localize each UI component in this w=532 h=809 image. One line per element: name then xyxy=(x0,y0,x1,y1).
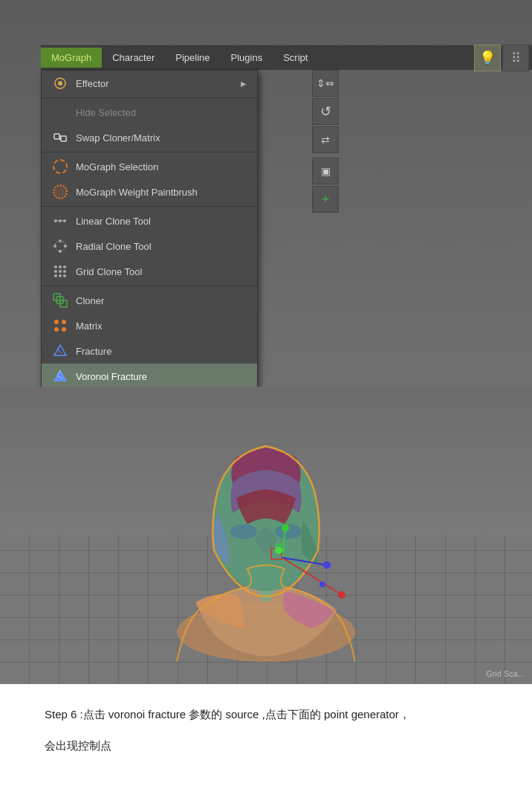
menu-item-hide-selected: Hide Selected xyxy=(42,100,257,125)
linear-clone-icon xyxy=(52,213,68,229)
svg-point-6 xyxy=(63,219,66,222)
menu-item-matrix[interactable]: Matrix xyxy=(42,313,257,338)
svg-point-12 xyxy=(59,250,62,253)
monitor-toolbar-btn[interactable]: ▣ xyxy=(312,158,339,184)
dots-toolbar-btn[interactable] xyxy=(502,45,529,71)
move-toolbar-btn[interactable]: ⇕⇔ xyxy=(312,70,339,97)
svg-rect-3 xyxy=(61,136,66,141)
menu-bar: MoGraph Character Pipeline Plugins Scrip… xyxy=(41,45,532,70)
bulb-toolbar-btn[interactable] xyxy=(474,45,501,71)
separator-4 xyxy=(42,286,257,286)
mograph-selection-icon xyxy=(52,158,68,175)
step-line-1: Step 6 :点击 voronoi fracture 参数的 source ,… xyxy=(45,705,487,724)
bulb-icon xyxy=(479,50,496,66)
svg-point-10 xyxy=(59,239,62,242)
menu-item-radial-clone[interactable]: Radial Clone Tool xyxy=(42,233,257,259)
step-line-2: 会出现控制点 xyxy=(45,736,487,755)
svg-point-4 xyxy=(54,219,57,222)
svg-point-19 xyxy=(63,270,66,273)
hide-icon xyxy=(52,104,68,120)
menu-plugins[interactable]: Plugins xyxy=(221,48,273,68)
svg-point-13 xyxy=(53,245,56,248)
effector-icon xyxy=(52,75,68,91)
svg-line-42 xyxy=(282,528,285,558)
swap-toolbar-btn[interactable]: ⇄ xyxy=(312,126,339,153)
menu-item-cloner[interactable]: Cloner xyxy=(42,288,257,313)
mograph-weight-icon xyxy=(52,184,68,200)
rotate-icon: ↺ xyxy=(320,103,331,120)
svg-line-32 xyxy=(58,350,62,353)
menu-item-swap-cloner[interactable]: Swap Cloner/Matrix xyxy=(42,125,257,150)
separator-2 xyxy=(42,152,257,152)
menu-item-mograph-selection[interactable]: MoGraph Selection xyxy=(42,154,257,179)
menu-item-mograph-weight[interactable]: MoGraph Weight Paintbrush xyxy=(42,179,257,204)
3d-viewport: Grid Sca... xyxy=(0,387,532,684)
plus-icon: + xyxy=(322,192,330,207)
svg-point-22 xyxy=(63,274,66,277)
menu-item-voronoi-fracture[interactable]: Voronoi Fracture xyxy=(42,364,257,387)
fracture-icon xyxy=(52,343,68,359)
plus-toolbar-btn[interactable]: + xyxy=(312,186,339,213)
radial-clone-icon xyxy=(52,238,68,254)
grid-clone-icon xyxy=(52,263,68,280)
effector-arrow: ▶ xyxy=(241,80,247,88)
svg-marker-33 xyxy=(54,370,66,381)
menu-item-grid-clone[interactable]: Grid Clone Tool xyxy=(42,259,257,284)
mograph-dropdown: Effector ▶ Hide Selected Swap Cloner/Mat… xyxy=(41,70,258,387)
handle-blue xyxy=(319,581,325,587)
menu-screenshot: MoGraph Character Pipeline Plugins Scrip… xyxy=(0,0,532,387)
menu-pipeline[interactable]: Pipeline xyxy=(165,48,220,68)
svg-point-5 xyxy=(59,219,62,222)
pivot-point xyxy=(275,547,282,554)
menu-item-linear-clone[interactable]: Linear Clone Tool xyxy=(42,208,257,233)
menu-item-fracture[interactable]: Fracture xyxy=(42,338,257,364)
step-text-section: Step 6 :点击 voronoi fracture 参数的 source ,… xyxy=(0,684,532,809)
rotate-toolbar-btn[interactable]: ↺ xyxy=(312,98,339,125)
arrows-icon: ⇕⇔ xyxy=(317,77,334,89)
transform-gizmo xyxy=(253,520,357,617)
svg-marker-30 xyxy=(54,345,66,355)
svg-point-11 xyxy=(64,245,67,248)
svg-point-29 xyxy=(62,327,66,332)
swap-cloner-icon xyxy=(52,129,68,146)
grid-scale-label: Grid Sca... xyxy=(486,669,525,678)
svg-point-43 xyxy=(282,524,289,532)
separator-1 xyxy=(42,97,257,98)
svg-point-17 xyxy=(54,270,57,273)
svg-point-1 xyxy=(58,81,62,86)
dots-icon xyxy=(511,50,521,66)
svg-point-18 xyxy=(59,270,62,273)
svg-point-16 xyxy=(63,265,66,268)
svg-point-9 xyxy=(55,241,65,251)
menu-item-effector[interactable]: Effector ▶ xyxy=(42,71,257,96)
swap-icon: ⇄ xyxy=(321,134,330,146)
svg-point-20 xyxy=(54,274,57,277)
svg-point-28 xyxy=(54,327,59,332)
matrix-icon xyxy=(52,318,68,334)
svg-rect-2 xyxy=(54,134,59,139)
cloner-icon xyxy=(52,292,68,309)
menu-character[interactable]: Character xyxy=(102,48,165,68)
monitor-icon: ▣ xyxy=(321,165,331,177)
separator-3 xyxy=(42,206,257,207)
menu-mograph[interactable]: MoGraph xyxy=(41,48,102,68)
svg-point-27 xyxy=(62,320,66,324)
svg-point-41 xyxy=(338,591,346,599)
svg-point-26 xyxy=(54,320,59,324)
svg-point-15 xyxy=(59,265,62,268)
svg-point-21 xyxy=(59,274,62,277)
svg-point-45 xyxy=(323,561,331,569)
menu-script[interactable]: Script xyxy=(273,48,318,68)
svg-point-14 xyxy=(54,265,57,268)
voronoi-fracture-icon xyxy=(52,368,68,384)
